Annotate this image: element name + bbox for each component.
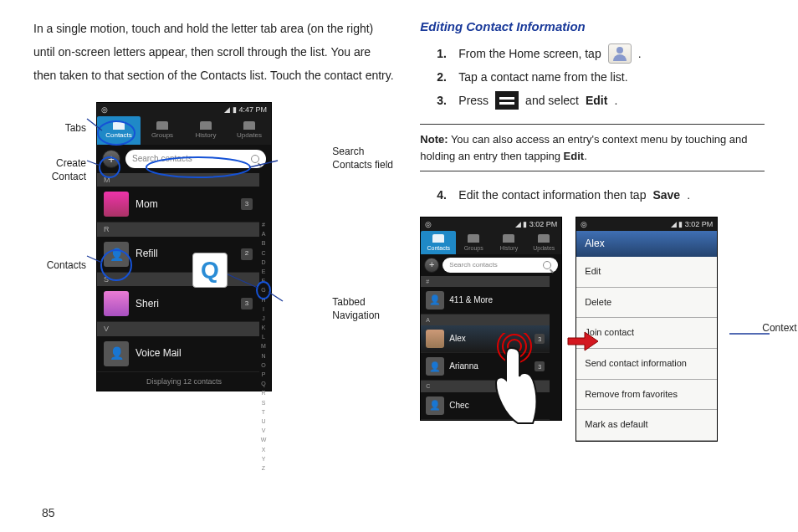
- tab-contacts[interactable]: Contacts: [97, 116, 141, 145]
- hand-pointer-icon: [486, 343, 545, 435]
- create-contact-button[interactable]: +: [102, 150, 120, 168]
- ctx-item-default[interactable]: Mark as default: [576, 410, 717, 441]
- contact-row[interactable]: 👤 Refill 2: [97, 237, 259, 273]
- contact-row[interactable]: 👤 411 & More: [421, 287, 550, 315]
- letter-separator: R: [97, 223, 259, 236]
- contact-count: 3: [241, 198, 253, 210]
- step-3: 3. Press and select Edit.: [437, 89, 765, 112]
- ctx-item-delete[interactable]: Delete: [576, 288, 717, 319]
- contact-name: Sheri: [136, 296, 234, 312]
- tab-history[interactable]: History: [491, 231, 526, 254]
- contact-row[interactable]: Mom 3: [97, 187, 259, 223]
- step-2: 2. Tap a contact name from the list.: [437, 65, 765, 89]
- ctx-item-edit[interactable]: Edit: [576, 257, 717, 288]
- statusbar: ◎◢ ▮ 3:02 PM: [421, 217, 561, 231]
- avatar: 👤: [426, 291, 444, 309]
- contact-name: Voice Mail: [136, 345, 253, 361]
- avatar: 👤: [104, 341, 129, 366]
- tabs-row: Contacts Groups History Updates: [97, 116, 271, 145]
- search-placeholder: Search contacts: [132, 152, 192, 166]
- tab-history[interactable]: History: [184, 116, 228, 145]
- avatar: [426, 330, 444, 348]
- search-icon: [251, 155, 259, 163]
- tab-updates[interactable]: Updates: [228, 116, 271, 145]
- arrow-right-icon: [566, 330, 600, 353]
- phone-screenshot-1: ◎ ◢ ▮ 4:47 PM Contacts Groups History Up…: [96, 102, 272, 391]
- letter-separator: M: [97, 173, 259, 187]
- contact-count: 2: [241, 248, 253, 260]
- tab-updates[interactable]: Updates: [526, 231, 561, 254]
- context-menu-header: Alex: [576, 231, 717, 257]
- tab-contacts[interactable]: Contacts: [421, 231, 456, 254]
- contact-row[interactable]: Sheri 3: [97, 286, 259, 322]
- intro-paragraph: In a single motion, touch and hold the l…: [33, 17, 395, 87]
- status-time: 4:47 PM: [238, 105, 267, 114]
- menu-key-icon: [495, 91, 519, 110]
- avatar: [104, 291, 129, 316]
- contact-row[interactable]: 👤 Voice Mail: [97, 336, 259, 372]
- search-icon: [543, 261, 551, 269]
- alpha-index[interactable]: #ABCDEFGHIJKLMNOPQRSTUVWXYZ: [258, 220, 269, 357]
- tab-groups[interactable]: Groups: [456, 231, 491, 254]
- label-context-menu: Context Menu: [762, 321, 798, 335]
- tab-groups[interactable]: Groups: [141, 116, 184, 145]
- search-contacts-field[interactable]: Search contacts: [442, 258, 558, 273]
- contact-count: 3: [241, 298, 253, 309]
- footer-count: Displaying 12 contacts: [97, 372, 271, 391]
- letter-separator: A: [421, 315, 550, 325]
- search-row: + Search contacts: [97, 145, 271, 173]
- contacts-app-icon: [608, 43, 632, 64]
- contacts-list: M Mom 3 R 👤 Refill 2 S She: [97, 173, 271, 372]
- statusbar: ◎ ◢ ▮ 4:47 PM: [97, 103, 271, 116]
- contact-name: 411 & More: [449, 294, 545, 307]
- create-contact-button[interactable]: +: [424, 258, 439, 273]
- avatar: 👤: [104, 242, 129, 267]
- avatar: 👤: [426, 396, 444, 415]
- phone-screenshot-2: ◎◢ ▮ 3:02 PM Contacts Groups History Upd…: [420, 217, 562, 421]
- step-1: 1. From the Home screen, tap .: [437, 42, 765, 65]
- avatar: 👤: [426, 357, 444, 376]
- phones-row: ◎◢ ▮ 3:02 PM Contacts Groups History Upd…: [420, 217, 765, 442]
- note-box: Note: You can also access an entry's con…: [420, 124, 765, 171]
- ctx-item-remove-fav[interactable]: Remove from favorites: [576, 380, 717, 411]
- label-search-field: Search Contacts field: [332, 146, 403, 171]
- step-4: 4. Edit the contact information then tap…: [437, 183, 765, 207]
- label-tabbed-nav: Tabbed Navigation: [332, 296, 403, 322]
- label-tabs: Tabs: [65, 120, 86, 136]
- label-contacts: Contacts: [47, 258, 86, 274]
- letter-separator: #: [421, 276, 550, 287]
- page-number: 85: [42, 504, 55, 522]
- contact-name: Mom: [136, 197, 234, 212]
- screenshot-left-wrap: Tabs Create Contact Contacts Search Cont…: [33, 102, 395, 391]
- label-create-contact: Create Contact: [23, 157, 86, 183]
- letter-separator: V: [97, 322, 259, 335]
- ctx-item-send[interactable]: Send contact information: [576, 349, 717, 380]
- search-contacts-field[interactable]: Search contacts: [125, 150, 266, 168]
- avatar: [104, 192, 129, 217]
- letter-overlay: Q: [192, 253, 228, 288]
- letter-separator: S: [97, 273, 259, 286]
- section-heading: Editing Contact Information: [420, 17, 765, 37]
